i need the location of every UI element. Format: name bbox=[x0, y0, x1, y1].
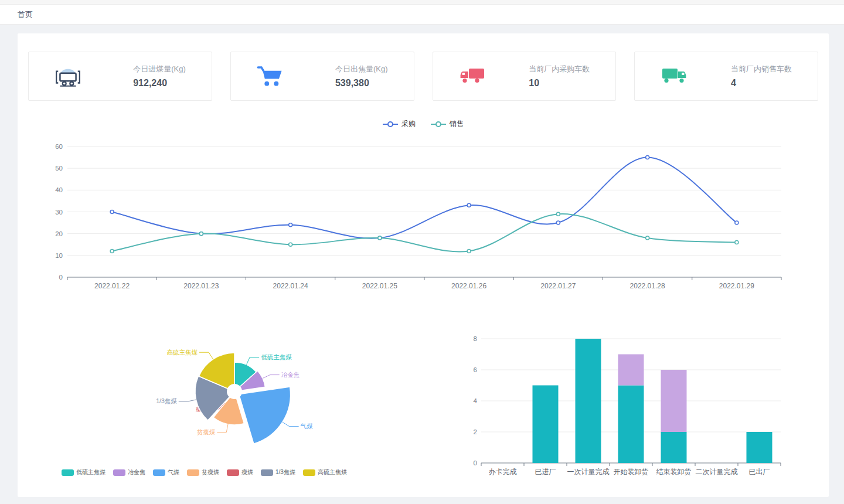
pie-slice-label: 低硫主焦煤 bbox=[261, 353, 292, 360]
bar-segment[interactable] bbox=[661, 432, 687, 463]
stat-card-label: 今日进煤量(Kg) bbox=[133, 64, 186, 74]
y-axis-tick-label: 8 bbox=[474, 335, 477, 342]
data-point[interactable] bbox=[378, 236, 382, 240]
pie-label-line bbox=[263, 375, 280, 379]
data-point[interactable] bbox=[110, 249, 114, 253]
line-chart-legend: 采购销售 bbox=[18, 119, 829, 129]
pie-label-line bbox=[246, 357, 259, 365]
data-point[interactable] bbox=[556, 212, 560, 216]
y-axis-tick-label: 4 bbox=[474, 397, 478, 404]
bar-segment[interactable] bbox=[747, 432, 772, 463]
stat-card-label: 当前厂内销售车数 bbox=[731, 64, 792, 74]
legend-swatch-icon bbox=[153, 469, 165, 476]
pie-slice[interactable] bbox=[239, 387, 291, 444]
pie-label-line bbox=[217, 424, 228, 433]
pie-slice-label: 高硫主焦煤 bbox=[166, 349, 198, 356]
x-axis-category-label: 结束装卸货 bbox=[656, 468, 692, 476]
data-point[interactable] bbox=[646, 156, 649, 159]
x-axis-category-label: 开始装卸货 bbox=[614, 468, 649, 476]
x-axis-category-label: 2022.01.24 bbox=[273, 282, 308, 290]
legend-label: 采购 bbox=[401, 119, 416, 129]
pie-legend-item[interactable]: 气煤 bbox=[153, 468, 179, 476]
pie-legend-item[interactable]: 高硫主焦煤 bbox=[303, 468, 347, 476]
stat-card-info: 今日出焦量(Kg)539,380 bbox=[335, 64, 388, 88]
legend-swatch-icon bbox=[113, 469, 125, 476]
y-axis-tick-label: 0 bbox=[59, 274, 63, 281]
coal-type-pie-chart: 低硫主焦煤冶金焦气煤贫瘦煤瘦煤1/3焦煤高硫主焦煤 bbox=[35, 329, 410, 473]
shopping-cart-icon bbox=[257, 63, 287, 89]
stat-card: 当前厂内采购车数10 bbox=[433, 52, 617, 101]
x-axis-category-label: 2022.01.23 bbox=[183, 282, 219, 290]
data-point[interactable] bbox=[199, 232, 203, 236]
pie-legend-label: 1/3焦煤 bbox=[275, 468, 295, 476]
y-axis-tick-label: 30 bbox=[55, 209, 63, 216]
legend-swatch-icon bbox=[303, 469, 315, 476]
x-axis-category-label: 办卡完成 bbox=[489, 468, 517, 476]
bar-segment[interactable] bbox=[533, 386, 559, 464]
pie-label-line bbox=[283, 422, 299, 427]
stat-card-value: 912,240 bbox=[133, 78, 186, 88]
x-axis-category-label: 2022.01.28 bbox=[630, 282, 665, 290]
x-axis-category-label: 2022.01.27 bbox=[540, 282, 576, 290]
y-axis-tick-label: 2 bbox=[474, 428, 477, 435]
purchase-sale-line-chart: 01020304050602022.01.222022.01.232022.01… bbox=[29, 134, 803, 310]
legend-item[interactable]: 采购 bbox=[383, 119, 416, 129]
x-axis-category-label: 2022.01.22 bbox=[94, 282, 130, 290]
data-point[interactable] bbox=[289, 243, 292, 246]
pie-chart-legend: 低硫主焦煤冶金焦气煤贫瘦煤瘦煤1/3焦煤高硫主焦煤 bbox=[62, 468, 413, 476]
x-axis-category-label: 一次计量完成 bbox=[567, 468, 610, 476]
pie-legend-item[interactable]: 瘦煤 bbox=[227, 468, 253, 476]
vehicle-status-bar-chart: 02468办卡完成已进厂一次计量完成开始装卸货结束装卸货二次计量完成已出厂 bbox=[463, 326, 826, 485]
stat-card-info: 今日进煤量(Kg)912,240 bbox=[133, 64, 186, 88]
topbar: 首页 bbox=[0, 5, 844, 25]
y-axis-tick-label: 50 bbox=[55, 165, 63, 172]
truck-sale-icon bbox=[661, 63, 691, 89]
bar-segment[interactable] bbox=[618, 386, 644, 464]
bar-segment[interactable] bbox=[661, 370, 687, 432]
legend-marker-icon bbox=[383, 121, 398, 128]
pie-legend-item[interactable]: 低硫主焦煤 bbox=[62, 468, 106, 476]
legend-swatch-icon bbox=[227, 469, 239, 476]
legend-swatch-icon bbox=[261, 469, 273, 476]
stat-card-info: 当前厂内采购车数10 bbox=[529, 64, 590, 88]
pie-legend-label: 气煤 bbox=[168, 468, 179, 476]
bar-segment[interactable] bbox=[618, 355, 644, 386]
data-point[interactable] bbox=[110, 210, 114, 214]
legend-swatch-icon bbox=[187, 469, 199, 476]
breadcrumb[interactable]: 首页 bbox=[18, 9, 33, 20]
legend-item[interactable]: 销售 bbox=[431, 119, 464, 129]
x-axis-category-label: 二次计量完成 bbox=[696, 468, 738, 476]
stat-card-label: 今日出焦量(Kg) bbox=[335, 64, 388, 74]
mine-cart-icon bbox=[55, 63, 85, 89]
stat-card: 当前厂内销售车数4 bbox=[634, 52, 818, 101]
pie-slice-label: 冶金焦 bbox=[281, 371, 300, 378]
data-point[interactable] bbox=[289, 223, 292, 227]
pie-slice-label: 1/3焦煤 bbox=[156, 397, 177, 404]
y-axis-tick-label: 0 bbox=[474, 459, 477, 466]
data-point[interactable] bbox=[556, 221, 560, 224]
truck-purchase-icon bbox=[459, 63, 489, 89]
pie-legend-item[interactable]: 贫瘦煤 bbox=[187, 468, 219, 476]
data-point[interactable] bbox=[646, 236, 649, 240]
stat-card-label: 当前厂内采购车数 bbox=[529, 64, 590, 74]
pie-legend-label: 瘦煤 bbox=[241, 468, 253, 476]
pie-legend-item[interactable]: 冶金焦 bbox=[113, 468, 145, 476]
window-top-strip bbox=[0, 0, 844, 5]
y-axis-tick-label: 60 bbox=[55, 143, 63, 150]
pie-legend-label: 低硫主焦煤 bbox=[76, 468, 106, 476]
legend-swatch-icon bbox=[62, 469, 74, 476]
pie-legend-item[interactable]: 1/3焦煤 bbox=[261, 468, 295, 476]
data-point[interactable] bbox=[735, 221, 738, 224]
stat-cards-row: 今日进煤量(Kg)912,240 今日出焦量(Kg)539,380 当前厂内采购… bbox=[28, 52, 818, 101]
line-series bbox=[112, 158, 737, 239]
pie-label-line bbox=[179, 400, 196, 401]
pie-label-line bbox=[199, 352, 213, 359]
data-point[interactable] bbox=[467, 203, 471, 207]
data-point[interactable] bbox=[467, 249, 471, 253]
bar-segment[interactable] bbox=[576, 339, 601, 463]
x-axis-category-label: 已出厂 bbox=[749, 468, 770, 476]
stat-card-value: 10 bbox=[529, 78, 590, 88]
line-series bbox=[112, 214, 737, 252]
x-axis-category-label: 已进厂 bbox=[535, 468, 556, 476]
data-point[interactable] bbox=[735, 241, 738, 244]
